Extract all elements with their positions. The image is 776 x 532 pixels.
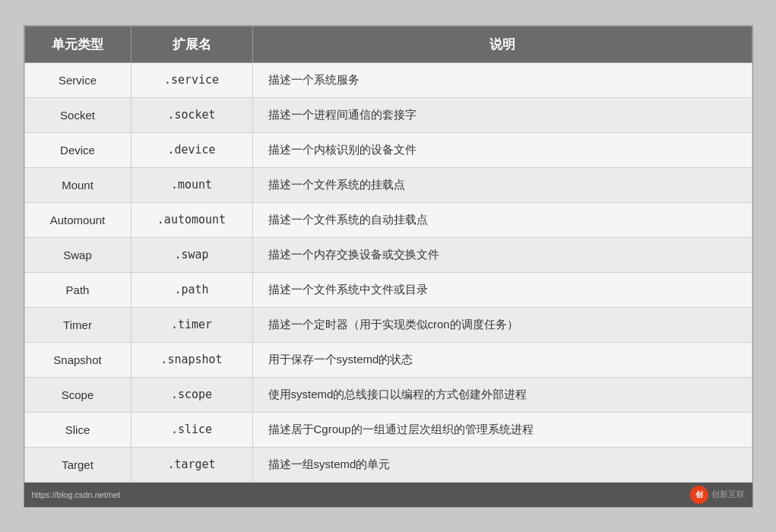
cell-desc: 描述居于Cgroup的一组通过层次组织的管理系统进程: [252, 412, 752, 447]
cell-desc: 描述一个文件系统的挂载点: [252, 167, 752, 202]
cell-desc: 描述一个文件系统中文件或目录: [252, 272, 752, 307]
cell-ext: .service: [131, 62, 252, 97]
cell-ext: .scope: [131, 377, 252, 412]
cell-ext: .mount: [131, 167, 252, 202]
footer-logo-text: 创新互联: [711, 489, 745, 500]
cell-desc: 描述一个内核识别的设备文件: [252, 132, 752, 167]
cell-type: Automount: [24, 202, 131, 237]
table-row: Scope.scope使用systemd的总线接口以编程的方式创建外部进程: [24, 377, 752, 412]
cell-desc: 描述一个内存交换设备或交换文件: [252, 237, 752, 272]
table-row: Device.device描述一个内核识别的设备文件: [24, 132, 752, 167]
table-row: Timer.timer描述一个定时器（用于实现类似cron的调度任务）: [24, 307, 752, 342]
cell-ext: .swap: [131, 237, 252, 272]
table-row: Mount.mount描述一个文件系统的挂载点: [24, 167, 752, 202]
cell-type: Device: [24, 132, 131, 167]
cell-ext: .slice: [131, 412, 252, 447]
cell-type: Path: [24, 272, 131, 307]
table-row: Path.path描述一个文件系统中文件或目录: [24, 272, 752, 307]
table-row: Automount.automount描述一个文件系统的自动挂载点: [24, 202, 752, 237]
footer-url: https://blog.csdn.net/net: [32, 490, 121, 499]
table-row: Target.target描述一组systemd的单元: [24, 447, 752, 482]
cell-type: Mount: [24, 167, 131, 202]
cell-type: Timer: [24, 307, 131, 342]
table-row: Snapshot.snapshot用于保存一个systemd的状态: [24, 342, 752, 377]
col-header-desc: 说明: [252, 26, 752, 62]
cell-ext: .device: [131, 132, 252, 167]
cell-type: Scope: [24, 377, 131, 412]
main-container: 单元类型 扩展名 说明 Service.service描述一个系统服务Socke…: [24, 25, 753, 508]
table-row: Service.service描述一个系统服务: [24, 62, 752, 97]
cell-desc: 使用systemd的总线接口以编程的方式创建外部进程: [252, 377, 752, 412]
cell-desc: 描述一个进程间通信的套接字: [252, 97, 752, 132]
footer-bar: https://blog.csdn.net/net 创 创新互联: [24, 483, 752, 507]
cell-desc: 用于保存一个systemd的状态: [252, 342, 752, 377]
cell-type: Target: [24, 447, 131, 482]
col-header-ext: 扩展名: [131, 26, 252, 62]
cell-desc: 描述一个定时器（用于实现类似cron的调度任务）: [252, 307, 752, 342]
cell-desc: 描述一个文件系统的自动挂载点: [252, 202, 752, 237]
unit-type-table: 单元类型 扩展名 说明 Service.service描述一个系统服务Socke…: [24, 26, 752, 483]
cell-type: Service: [24, 62, 131, 97]
cell-type: Snapshot: [24, 342, 131, 377]
cell-type: Socket: [24, 97, 131, 132]
cell-ext: .socket: [131, 97, 252, 132]
table-row: Swap.swap描述一个内存交换设备或交换文件: [24, 237, 752, 272]
cell-ext: .timer: [131, 307, 252, 342]
cell-type: Swap: [24, 237, 131, 272]
cell-ext: .snapshot: [131, 342, 252, 377]
cell-ext: .target: [131, 447, 252, 482]
cell-desc: 描述一个系统服务: [252, 62, 752, 97]
cell-type: Slice: [24, 412, 131, 447]
cell-desc: 描述一组systemd的单元: [252, 447, 752, 482]
cell-ext: .path: [131, 272, 252, 307]
logo-icon-circle: 创: [690, 486, 708, 504]
table-row: Socket.socket描述一个进程间通信的套接字: [24, 97, 752, 132]
table-header-row: 单元类型 扩展名 说明: [24, 26, 752, 62]
col-header-type: 单元类型: [24, 26, 131, 62]
footer-logo: 创 创新互联: [690, 486, 745, 504]
table-row: Slice.slice描述居于Cgroup的一组通过层次组织的管理系统进程: [24, 412, 752, 447]
cell-ext: .automount: [131, 202, 252, 237]
